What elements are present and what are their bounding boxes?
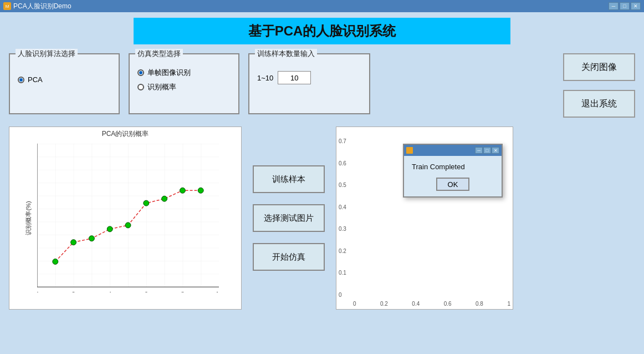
maximize-button[interactable]: □ — [620, 2, 630, 10]
close-button[interactable]: ✕ — [631, 2, 641, 10]
svg-point-8 — [144, 200, 149, 206]
pca-radio[interactable] — [18, 77, 24, 83]
dialog-message: Train Completed — [412, 163, 494, 171]
header-banner: 基于PCA的人脸识别系统 — [134, 18, 510, 44]
window-title: PCA人脸识别Demo — [13, 2, 71, 11]
chart-title: PCA的识别概率 — [9, 129, 241, 139]
exit-system-button[interactable]: 退出系统 — [563, 90, 635, 118]
train-completed-dialog: ─ □ ✕ Train Completed OK — [403, 144, 503, 198]
train-input-row: 1~10 — [257, 71, 361, 84]
window-titlebar: M PCA人脸识别Demo ─ □ ✕ — [0, 0, 644, 12]
sim-single-option[interactable]: 单帧图像识别 — [137, 68, 231, 78]
train-range-label: 1~10 — [257, 74, 273, 82]
lower-section: PCA的识别概率 识别概率(%) — [9, 127, 635, 310]
dialog-close-button[interactable]: ✕ — [492, 147, 499, 154]
dialog-titlebar: ─ □ ✕ — [404, 145, 502, 156]
dialog-icon — [406, 147, 413, 154]
svg-rect-0 — [37, 144, 219, 287]
panels-row: 人脸识别算法选择 PCA 仿真类型选择 单帧图像识别 识别概率 训练样本数量输入… — [9, 53, 635, 118]
dialog-body: Train Completed — [404, 156, 502, 178]
prob-label: 识别概率 — [147, 82, 176, 92]
select-test-image-button[interactable]: 选择测试图片 — [253, 204, 325, 232]
chart-ylabel: 识别概率(%) — [24, 201, 33, 235]
dialog-title-buttons: ─ □ ✕ — [475, 147, 499, 154]
svg-point-9 — [162, 196, 167, 201]
algo-panel: 人脸识别算法选择 PCA — [9, 53, 120, 114]
algo-panel-legend: 人脸识别算法选择 — [16, 49, 78, 59]
minimize-button[interactable]: ─ — [609, 2, 619, 10]
dialog-ok-button[interactable]: OK — [436, 178, 469, 191]
svg-text:0: 0 — [37, 290, 39, 292]
train-panel-legend: 训练样本数量输入 — [255, 49, 317, 59]
svg-point-6 — [107, 226, 113, 232]
svg-point-7 — [125, 222, 131, 228]
svg-text:4: 4 — [108, 290, 111, 292]
image-y-axis: 0.7 0.6 0.5 0.4 0.3 0.2 0.1 0 — [339, 138, 346, 298]
single-frame-radio[interactable] — [137, 69, 144, 76]
train-panel: 训练样本数量输入 1~10 — [248, 53, 370, 114]
pca-label: PCA — [28, 75, 43, 84]
image-x-axis: 0 0.2 0.4 0.6 0.8 1 — [353, 301, 510, 307]
sim-panel: 仿真类型选择 单帧图像识别 识别概率 — [129, 53, 239, 114]
prob-radio[interactable] — [137, 84, 144, 90]
image-display-area: 0.7 0.6 0.5 0.4 0.3 0.2 0.1 0 0 0.2 0.4 … — [336, 127, 513, 310]
close-image-button[interactable]: 关闭图像 — [563, 53, 635, 81]
svg-text:2: 2 — [72, 290, 75, 292]
svg-point-5 — [89, 236, 94, 241]
dialog-minimize-button[interactable]: ─ — [475, 147, 483, 154]
start-simulation-button[interactable]: 开始仿真 — [253, 243, 325, 271]
svg-point-3 — [53, 259, 58, 265]
svg-text:6: 6 — [145, 290, 148, 292]
middle-buttons: 训练样本 选择测试图片 开始仿真 — [247, 127, 330, 310]
dialog-maximize-button[interactable]: □ — [483, 147, 491, 154]
chart-svg: 0 2 4 6 8 10 50 55 60 65 70 75 80 85 90 … — [37, 138, 219, 292]
chart-container: PCA的识别概率 识别概率(%) — [9, 127, 242, 310]
sim-panel-legend: 仿真类型选择 — [135, 49, 183, 59]
svg-text:8: 8 — [181, 290, 185, 292]
svg-point-11 — [198, 188, 203, 193]
window-controls: ─ □ ✕ — [609, 2, 641, 10]
main-content: 基于PCA的人脸识别系统 人脸识别算法选择 PCA 仿真类型选择 单帧图像识别 … — [0, 12, 644, 315]
algo-pca-option[interactable]: PCA — [18, 75, 111, 84]
app-icon: M — [3, 2, 11, 10]
dialog-ok-row: OK — [404, 178, 502, 196]
train-count-input[interactable] — [278, 71, 311, 84]
right-buttons: 关闭图像 退出系统 — [563, 53, 635, 118]
svg-point-4 — [71, 240, 76, 245]
svg-point-10 — [180, 188, 185, 193]
sim-prob-option[interactable]: 识别概率 — [137, 82, 231, 92]
train-samples-button[interactable]: 训练样本 — [253, 165, 325, 193]
svg-text:10: 10 — [216, 290, 219, 292]
single-frame-label: 单帧图像识别 — [147, 68, 191, 78]
